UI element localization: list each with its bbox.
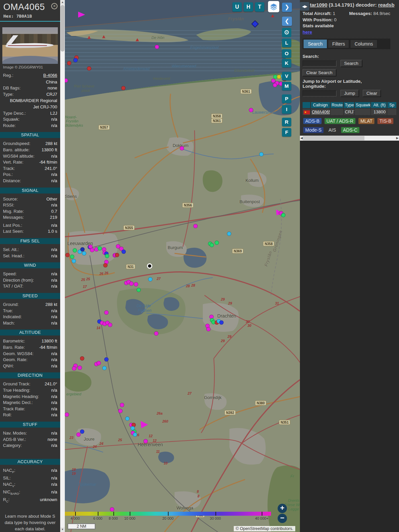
search-button[interactable]: Search (340, 60, 362, 67)
aircraft-history-dot[interactable] (105, 254, 109, 258)
selected-aircraft-marker[interactable] (147, 263, 152, 269)
aircraft-history-dot[interactable] (122, 250, 126, 254)
aircraft-history-dot[interactable] (137, 288, 141, 292)
aircraft-history-dot[interactable] (102, 366, 107, 370)
aircraft-history-dot[interactable] (154, 332, 159, 336)
filter-badge-ads-c[interactable]: ADS-C (341, 127, 360, 133)
map[interactable]: FryslânDe HônEngelsmanplaatWierumerwadAm… (65, 0, 300, 532)
clear-search-button[interactable]: Clear Search (303, 69, 336, 76)
filter-badge-ads-b[interactable]: ADS-B (303, 118, 322, 124)
zoom-in-button[interactable]: + (278, 504, 287, 513)
aircraft-history-dot[interactable] (118, 409, 123, 413)
filter-badge-tis-b[interactable]: TIS-B (377, 118, 393, 124)
aircraft-history-dot[interactable] (125, 417, 130, 421)
map-button-t[interactable]: T (255, 2, 264, 12)
callsign-link[interactable]: OMA4065 (312, 109, 330, 114)
aircraft-history-dot[interactable] (67, 61, 71, 66)
registration-link[interactable]: B-4066 (43, 72, 57, 79)
filter-badge-ais[interactable]: AIS (327, 127, 338, 133)
aircraft-history-dot[interactable] (65, 413, 69, 417)
aircraft-history-dot[interactable] (148, 277, 153, 282)
aircraft-history-dot[interactable] (259, 152, 264, 157)
aircraft-history-dot[interactable] (133, 433, 137, 437)
aircraft-history-dot[interactable] (104, 311, 109, 315)
scroll-down-icon[interactable]: ▼ (60, 527, 65, 532)
aircraft-photo[interactable] (2, 27, 58, 64)
aircraft-history-dot[interactable] (121, 86, 126, 90)
aircraft-history-dot[interactable] (72, 259, 76, 263)
aircraft-history-dot[interactable] (249, 108, 253, 112)
jump-clear-button[interactable]: Clear (363, 90, 381, 97)
aircraft-history-dot[interactable] (277, 75, 281, 79)
aircraft-history-dot[interactable] (104, 357, 109, 362)
column-header[interactable] (303, 102, 310, 108)
aircraft-history-dot[interactable] (134, 282, 138, 287)
column-header[interactable]: Route (331, 102, 343, 108)
aircraft-history-dot[interactable] (206, 327, 211, 332)
jump-button[interactable]: Jump (340, 90, 359, 97)
tab-columns[interactable]: Columns (350, 40, 377, 48)
aircraft-history-dot[interactable] (180, 146, 184, 151)
map-button-o[interactable]: O (282, 49, 291, 58)
scroll-right-icon[interactable]: ▶ (396, 136, 399, 141)
aircraft-history-dot[interactable] (273, 83, 277, 87)
aircraft-history-dot[interactable] (98, 246, 102, 251)
aircraft-history-dot[interactable] (194, 224, 198, 228)
hscroll-thumb[interactable] (303, 136, 364, 140)
aircraft-history-dot[interactable] (110, 507, 114, 512)
map-button-v[interactable]: V (282, 72, 291, 80)
map-button-h[interactable]: H (244, 2, 253, 12)
aircraft-history-dot[interactable] (80, 356, 84, 361)
aircraft-history-dot[interactable] (87, 66, 91, 71)
map-attribution[interactable]: © OpenStreetMap contributors. (234, 526, 295, 531)
aircraft-history-dot[interactable] (108, 323, 112, 327)
aircraft-history-dot[interactable] (80, 430, 84, 434)
filter-badge-mlat[interactable]: MLAT (358, 118, 374, 124)
column-header[interactable]: Type (344, 102, 354, 108)
column-header[interactable]: Sp (387, 102, 396, 108)
tab-filters[interactable]: Filters (328, 40, 349, 48)
aircraft-history-dot[interactable] (72, 366, 76, 371)
aircraft-history-dot[interactable] (70, 255, 74, 259)
map-button-m[interactable]: M (282, 82, 291, 90)
scroll-up-icon[interactable]: ▲ (60, 0, 65, 5)
aircraft-history-dot[interactable] (129, 282, 134, 286)
map-button-p[interactable]: P (282, 94, 291, 103)
layers-button[interactable] (268, 1, 279, 12)
aircraft-history-dot[interactable] (66, 253, 70, 257)
aircraft-history-dot[interactable] (103, 263, 108, 268)
table-row[interactable]: ★OMA4065CRJ713800 (303, 109, 396, 115)
tab-search[interactable]: Search (304, 40, 327, 48)
column-header[interactable]: Squawk (355, 102, 370, 108)
aircraft-history-dot[interactable] (82, 251, 86, 256)
left-panel-scrollbar[interactable]: ▲ ▼ (60, 0, 65, 532)
settings-gear-button[interactable]: ⚙ (282, 28, 291, 37)
aircraft-history-dot[interactable] (76, 433, 81, 437)
panel-width-toggle-icon[interactable]: ◀▶ (300, 2, 309, 11)
aircraft-history-dot[interactable] (120, 403, 124, 407)
map-button-l[interactable]: L (282, 39, 291, 47)
zoom-out-button[interactable]: − (278, 514, 287, 523)
aircraft-history-dot[interactable] (78, 366, 82, 370)
aircraft-history-dot[interactable] (90, 248, 94, 252)
column-header[interactable]: Alt. (ft) (371, 102, 387, 108)
tar1090-link[interactable]: tar1090 (310, 2, 328, 8)
aircraft-history-dot[interactable] (281, 213, 286, 217)
filter-badge-uat-ads-r[interactable]: UAT / ADS-R (325, 118, 355, 124)
jump-input[interactable] (303, 90, 336, 96)
close-icon[interactable]: ✕ (51, 3, 58, 9)
aircraft-history-dot[interactable] (73, 58, 78, 63)
sidebar-expand-button[interactable]: ❯ (282, 3, 292, 12)
aircraft-history-dot[interactable] (219, 321, 224, 325)
filter-badge-mode-s[interactable]: Mode-S (303, 127, 324, 133)
column-header[interactable]: Callsign (311, 102, 330, 108)
aircraft-history-dot[interactable] (73, 248, 77, 253)
horizontal-scrollbar[interactable]: ◀ ▶ (300, 136, 399, 141)
aircraft-history-dot[interactable] (144, 439, 148, 444)
aircraft-history-dot[interactable] (97, 361, 101, 365)
map-button-k[interactable]: K (282, 59, 291, 67)
aircraft-history-dot[interactable] (227, 232, 231, 236)
sidebar-collapse-button[interactable]: ❮ (282, 17, 292, 26)
aircraft-history-dot[interactable] (155, 45, 159, 49)
aircraft-history-dot[interactable] (215, 241, 219, 245)
